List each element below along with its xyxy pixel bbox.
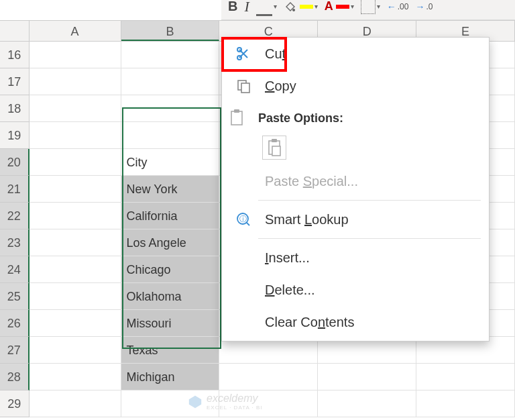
smart-lookup-icon: ⓘ: [234, 210, 253, 229]
cell-B26[interactable]: Missouri: [121, 310, 220, 337]
row-header[interactable]: 27: [0, 337, 30, 364]
cell-B25[interactable]: Oklahoma: [121, 283, 220, 310]
menu-clear-contents-label: Clear Contents: [265, 315, 354, 330]
copy-icon: [234, 76, 253, 95]
column-header-A[interactable]: A: [30, 21, 121, 41]
row-header[interactable]: 29: [0, 390, 30, 417]
menu-smart-lookup-label: Smart Lookup: [265, 212, 349, 227]
svg-rect-8: [272, 146, 280, 156]
menu-separator: [258, 200, 481, 201]
row-header[interactable]: 24: [0, 256, 30, 283]
cell-B24[interactable]: Chicago: [121, 256, 220, 283]
select-all-corner[interactable]: [0, 21, 30, 41]
svg-rect-4: [231, 111, 242, 125]
menu-paste-options-header: Paste Options:: [222, 102, 489, 134]
menu-clear-contents[interactable]: Clear Contents: [222, 306, 489, 338]
menu-insert[interactable]: Insert...: [222, 242, 489, 274]
svg-rect-5: [234, 109, 239, 113]
mini-toolbar: B I ▾ ▾ A ▾ ▾ ←.00 →.0: [221, 0, 515, 20]
paste-options-label: Paste Options:: [258, 111, 343, 125]
menu-cut-label: Cut: [265, 46, 286, 62]
borders-button[interactable]: ▾: [361, 0, 380, 14]
menu-insert-label: Insert...: [265, 250, 310, 266]
row-header[interactable]: 28: [0, 364, 30, 390]
underline-button[interactable]: ▾: [256, 0, 277, 16]
cell-B28[interactable]: Michigan: [121, 364, 220, 390]
clipboard-icon: [227, 109, 246, 127]
row-header[interactable]: 17: [0, 68, 30, 95]
row-header[interactable]: 23: [0, 229, 30, 256]
menu-copy[interactable]: Copy: [222, 70, 489, 102]
column-header-B[interactable]: B: [121, 21, 220, 41]
cell-B27[interactable]: Texas: [121, 337, 220, 364]
context-menu: Cut Copy Paste Options: Paste Special...…: [221, 37, 490, 342]
menu-cut[interactable]: Cut: [222, 38, 489, 70]
menu-paste-default[interactable]: [222, 134, 489, 165]
row-header[interactable]: 25: [0, 283, 30, 310]
increase-decimal-button[interactable]: →.0: [415, 1, 433, 12]
cell-B20[interactable]: City: [121, 149, 220, 176]
row-header[interactable]: 16: [0, 42, 30, 68]
row-header[interactable]: 21: [0, 176, 30, 203]
menu-copy-label: Copy: [265, 78, 296, 94]
menu-paste-special-label: Paste Special...: [265, 174, 358, 189]
italic-button[interactable]: I: [244, 0, 249, 15]
bold-button[interactable]: B: [228, 0, 237, 14]
menu-delete-label: Delete...: [265, 282, 315, 298]
decrease-decimal-button[interactable]: ←.00: [387, 1, 409, 12]
row-header[interactable]: 18: [0, 95, 30, 122]
row-header[interactable]: 22: [0, 203, 30, 229]
svg-rect-3: [241, 83, 249, 93]
row-header[interactable]: 19: [0, 122, 30, 149]
svg-rect-7: [272, 139, 277, 142]
scissors-icon: [234, 44, 253, 63]
row-header[interactable]: 26: [0, 310, 30, 337]
menu-paste-special: Paste Special...: [222, 165, 489, 197]
cell-B22[interactable]: California: [121, 203, 220, 229]
font-color-button[interactable]: A ▾: [325, 0, 354, 13]
paste-icon: [262, 136, 286, 160]
menu-smart-lookup[interactable]: ⓘ Smart Lookup: [222, 203, 489, 235]
fill-icon: [284, 0, 297, 13]
fill-color-button[interactable]: ▾: [284, 0, 318, 13]
row-header[interactable]: 20: [0, 149, 30, 176]
cell-B23[interactable]: Los Angele: [121, 229, 220, 256]
svg-text:ⓘ: ⓘ: [239, 215, 247, 223]
menu-delete[interactable]: Delete...: [222, 274, 489, 306]
menu-separator: [258, 238, 481, 239]
cell-B21[interactable]: New York: [121, 176, 220, 203]
